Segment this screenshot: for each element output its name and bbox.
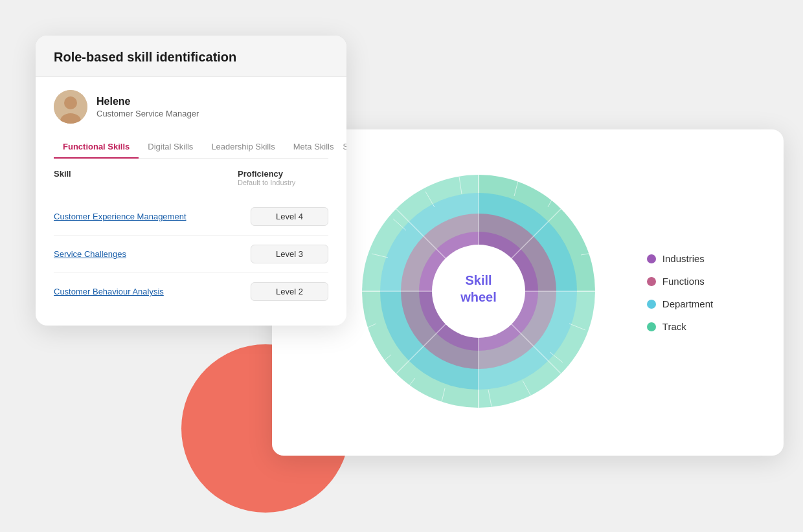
tab-digital-skills[interactable]: Digital Skills bbox=[139, 135, 202, 158]
tab-meta-skills[interactable]: Meta Skills bbox=[284, 135, 343, 158]
left-card: Role-based skill identification Helene C… bbox=[36, 36, 346, 326]
legend-dot-functions bbox=[647, 277, 656, 286]
legend-item-track: Track bbox=[647, 321, 713, 332]
legend-label-track: Track bbox=[662, 321, 686, 332]
legend-item-industries: Industries bbox=[647, 253, 713, 264]
skills-table: Skill Proficiency Default to Industry Cu… bbox=[36, 159, 346, 326]
legend-dot-track bbox=[647, 322, 656, 331]
tab-leadership-skills[interactable]: Leadership Skills bbox=[202, 135, 284, 158]
svg-text:Skill: Skill bbox=[465, 273, 492, 287]
skill-wheel-svg: Skill wheel bbox=[343, 155, 615, 427]
col-skill-header: Skill bbox=[54, 169, 238, 186]
legend-item-department: Department bbox=[647, 298, 713, 309]
wheel-container: Skill wheel bbox=[343, 155, 615, 430]
skill-name-sc[interactable]: Service Challenges bbox=[54, 249, 251, 259]
skill-row: Customer Experience Management Level 4 bbox=[54, 198, 328, 236]
right-card: Skill wheel Industries Functions Departm… bbox=[272, 129, 784, 456]
user-name: Helene bbox=[96, 96, 199, 107]
page-container: Role-based skill identification Helene C… bbox=[0, 0, 803, 532]
skill-row: Service Challenges Level 3 bbox=[54, 236, 328, 273]
skill-row: Customer Behaviour Analysis Level 2 bbox=[54, 273, 328, 310]
tabs-row: Functional Skills Digital Skills Leaders… bbox=[54, 135, 328, 159]
legend-dot-industries bbox=[647, 254, 656, 263]
wheel-legend: Industries Functions Department Track bbox=[647, 253, 713, 332]
skills-mapped-count: Skills mapped: 12 bbox=[343, 142, 346, 151]
legend-dot-department bbox=[647, 300, 656, 309]
avatar bbox=[54, 90, 87, 124]
table-header: Skill Proficiency Default to Industry bbox=[54, 169, 328, 192]
legend-label-industries: Industries bbox=[662, 253, 705, 264]
card-title: Role-based skill identification bbox=[54, 50, 328, 65]
svg-point-1 bbox=[64, 96, 77, 109]
legend-label-functions: Functions bbox=[662, 276, 705, 287]
legend-item-functions: Functions bbox=[647, 276, 713, 287]
skill-name-cem[interactable]: Customer Experience Management bbox=[54, 212, 251, 221]
col-proficiency-header: Proficiency Default to Industry bbox=[238, 169, 328, 186]
user-role: Customer Service Manager bbox=[96, 109, 199, 118]
level-badge-cba: Level 2 bbox=[251, 282, 328, 301]
svg-text:wheel: wheel bbox=[460, 290, 497, 304]
card-header: Role-based skill identification bbox=[36, 36, 346, 77]
user-info: Helene Customer Service Manager bbox=[96, 96, 199, 118]
level-badge-sc: Level 3 bbox=[251, 245, 328, 263]
legend-label-department: Department bbox=[662, 298, 713, 309]
card-body: Helene Customer Service Manager Function… bbox=[36, 77, 346, 159]
skill-name-cba[interactable]: Customer Behaviour Analysis bbox=[54, 287, 251, 296]
level-badge-cem: Level 4 bbox=[251, 207, 328, 226]
tab-functional-skills[interactable]: Functional Skills bbox=[54, 135, 139, 158]
user-row: Helene Customer Service Manager bbox=[54, 90, 328, 124]
svg-line-6 bbox=[574, 214, 585, 225]
